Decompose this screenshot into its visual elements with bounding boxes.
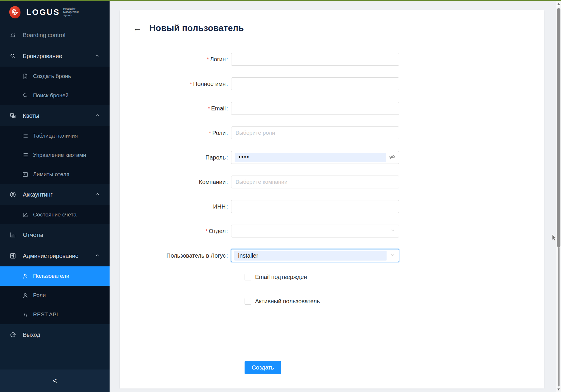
full-name-label: *Полное имя:: [133, 81, 228, 87]
sidebar-item-quota-management[interactable]: Управление квотами: [0, 145, 110, 165]
sidebar-item-administration[interactable]: Администрирование: [0, 245, 110, 266]
roles-label: *Роли:: [133, 130, 228, 136]
sidebar-item-create-booking[interactable]: Создать бронь: [0, 67, 110, 86]
companies-select[interactable]: [231, 176, 399, 188]
chevron-down-icon: [390, 253, 395, 259]
search-icon: [21, 92, 29, 99]
active-user-row: Активный пользователь: [245, 298, 544, 305]
login-label: *Логин:: [133, 56, 228, 63]
list-icon: [21, 151, 29, 159]
scrollbar-up-arrow[interactable]: [557, 3, 560, 5]
form-row-companies: Компании:: [133, 176, 544, 188]
sidebar-submenu-quotas: Таблица наличия Управление квотами: [0, 126, 110, 184]
sidebar-item-label: Лимиты отеля: [33, 171, 69, 178]
sidebar-item-label: Состояние счёта: [33, 211, 77, 218]
label-colon: :: [226, 56, 228, 63]
logus-user-select[interactable]: installer: [231, 249, 399, 262]
new-user-form: *Логин: *Полное имя: *Email:: [133, 53, 544, 374]
scrollbar-down-arrow[interactable]: [557, 388, 560, 391]
user-icon: [21, 292, 29, 299]
form-row-full-name: *Полное имя:: [133, 77, 544, 90]
email-input[interactable]: [231, 102, 399, 115]
password-input[interactable]: ••••: [231, 151, 399, 164]
chevron-up-icon[interactable]: [95, 253, 100, 259]
password-masked-value: ••••: [238, 154, 250, 160]
password-label: Пароль:: [133, 154, 228, 161]
email-confirmed-label: Email подтвержден: [255, 274, 307, 280]
sidebar-item-boarding-control[interactable]: Boarding control: [0, 25, 110, 46]
email-confirmed-checkbox[interactable]: [245, 274, 251, 280]
inn-input[interactable]: [231, 200, 399, 213]
sidebar-item-rest-api[interactable]: REST API: [0, 305, 110, 324]
sidebar-item-account-status[interactable]: Состояние счёта: [0, 205, 110, 224]
required-asterisk: *: [205, 228, 207, 234]
sidebar-item-reports[interactable]: Отчёты: [0, 224, 110, 245]
mouse-cursor: [551, 234, 557, 244]
app-window: LOGUS Hospitality Management System Boar…: [0, 0, 561, 392]
inn-label: ИНН:: [133, 203, 228, 210]
label-colon: :: [226, 105, 228, 112]
required-asterisk: *: [208, 105, 210, 112]
chevron-left-icon: <: [53, 376, 57, 385]
vertical-scrollbar[interactable]: [556, 1, 561, 392]
scrollbar-thumb[interactable]: [557, 8, 560, 247]
sidebar-item-hotel-limits[interactable]: Лимиты отеля: [0, 165, 110, 184]
create-button[interactable]: Создать: [245, 361, 281, 374]
full-name-input[interactable]: [231, 77, 399, 90]
sidebar-nav: Boarding control Бронирование: [0, 25, 110, 370]
form-row-login: *Логин:: [133, 53, 544, 66]
logus-user-value: installer: [238, 252, 258, 259]
sidebar-item-logout[interactable]: Выход: [0, 324, 110, 345]
sidebar-item-search-bookings[interactable]: Поиск броней: [0, 86, 110, 105]
label-text: Пользователь в Логус: [167, 252, 226, 259]
login-input[interactable]: [231, 53, 399, 66]
active-user-label: Активный пользователь: [255, 298, 320, 305]
user-icon: [21, 272, 29, 280]
logus-user-label: Пользователь в Логус:: [133, 252, 228, 259]
boarding-bell-icon: [9, 31, 17, 39]
required-asterisk: *: [190, 81, 192, 87]
sidebar-item-quotas[interactable]: Квоты: [0, 105, 110, 126]
label-text: Компании: [199, 179, 226, 185]
page-title: Новый пользователь: [149, 23, 244, 33]
sidebar-item-users[interactable]: Пользователи: [0, 266, 110, 286]
sidebar-group-quotas: Квоты Таблица наличия: [0, 105, 110, 184]
label-colon: :: [226, 203, 228, 210]
form-row-logus-user: Пользователь в Логус: installer: [133, 249, 544, 262]
brand-tagline: Hospitality Management System: [63, 7, 79, 17]
brand-name: LOGUS: [26, 8, 60, 17]
chevron-up-icon[interactable]: [95, 191, 100, 198]
sidebar-submenu-administration: Пользователи Роли: [0, 266, 110, 324]
eye-off-icon[interactable]: [389, 153, 396, 162]
sidebar-item-label: Создать бронь: [33, 73, 71, 79]
roles-select[interactable]: [231, 126, 399, 139]
sidebar-item-roles[interactable]: Роли: [0, 286, 110, 305]
sidebar-collapse-button[interactable]: <: [0, 370, 110, 392]
label-text: Полное имя: [193, 81, 226, 87]
sidebar-item-accounting[interactable]: Аккаунтинг: [0, 184, 110, 205]
department-select[interactable]: [231, 225, 399, 237]
chevron-down-icon: [390, 228, 395, 234]
label-text: ИНН: [213, 203, 226, 210]
sidebar-item-label: Boarding control: [23, 32, 65, 39]
back-arrow-icon[interactable]: ←: [133, 24, 142, 32]
form-row-department: *Отдел:: [133, 225, 544, 237]
limits-card-icon: [21, 171, 29, 178]
list-icon: [21, 132, 29, 140]
sidebar-item-label: Квоты: [23, 112, 39, 119]
dollar-circle-icon: [9, 191, 17, 198]
chevron-up-icon[interactable]: [95, 53, 100, 60]
new-user-card: ← Новый пользователь *Логин: *Полное имя…: [120, 10, 544, 388]
tagline-line: Hospitality: [63, 7, 79, 11]
label-colon: :: [226, 252, 228, 259]
bar-chart-icon: [9, 231, 17, 239]
sidebar-item-booking[interactable]: Бронирование: [0, 46, 110, 67]
app-logo[interactable]: LOGUS Hospitality Management System: [0, 0, 110, 25]
tagline-line: System: [63, 14, 79, 17]
scrollbar-track-mark: [558, 247, 560, 386]
logus-logo-icon: [8, 6, 22, 19]
sidebar-item-label: Администрирование: [23, 253, 79, 259]
active-user-checkbox[interactable]: [245, 298, 251, 305]
chevron-up-icon[interactable]: [95, 112, 100, 119]
sidebar-item-availability-table[interactable]: Таблица наличия: [0, 126, 110, 145]
